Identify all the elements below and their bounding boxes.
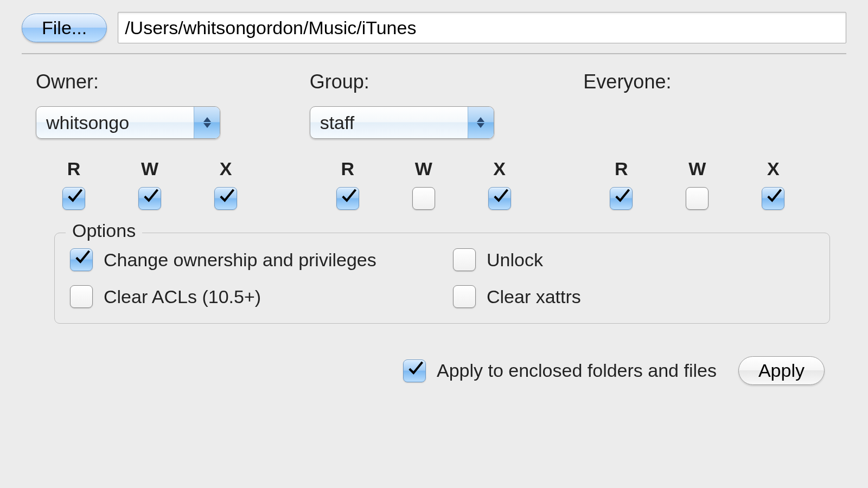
everyone-read-checkbox[interactable] xyxy=(610,187,633,210)
perm-letter-w: W xyxy=(415,158,432,179)
options-group: Options Change ownership and privileges … xyxy=(54,233,830,324)
clear-acls-label: Clear ACLs (10.5+) xyxy=(104,286,261,307)
owner-read-checkbox[interactable] xyxy=(62,187,85,210)
updown-icon xyxy=(194,107,220,138)
owner-column: Owner: whitsongo R W X xyxy=(36,70,299,210)
everyone-execute-checkbox[interactable] xyxy=(762,187,784,210)
unlock-checkbox[interactable] xyxy=(453,248,476,271)
change-ownership-label: Change ownership and privileges xyxy=(104,249,376,271)
permissions-row: Owner: whitsongo R W X Group: staff xyxy=(22,70,846,210)
everyone-rwx: R W X xyxy=(583,158,846,210)
owner-label: Owner: xyxy=(36,70,299,93)
divider xyxy=(22,53,846,54)
apply-enclosed-label: Apply to enclosed folders and files xyxy=(437,360,717,381)
owner-select[interactable]: whitsongo xyxy=(36,106,220,139)
owner-write-checkbox[interactable] xyxy=(138,187,161,210)
perm-letter-r: R xyxy=(67,158,81,179)
group-write-checkbox[interactable] xyxy=(412,187,435,210)
perm-letter-w: W xyxy=(688,158,706,179)
owner-select-value: whitsongo xyxy=(36,112,194,133)
top-row: File... xyxy=(22,12,846,43)
apply-enclosed-checkbox[interactable] xyxy=(403,359,426,382)
perm-letter-w: W xyxy=(141,158,158,179)
perm-letter-x: X xyxy=(767,158,780,179)
everyone-write-checkbox[interactable] xyxy=(686,187,709,210)
change-ownership-checkbox[interactable] xyxy=(70,248,93,271)
group-execute-checkbox[interactable] xyxy=(488,187,511,210)
everyone-column: Everyone: R W X xyxy=(583,70,846,210)
owner-execute-checkbox[interactable] xyxy=(214,187,237,210)
group-label: Group: xyxy=(310,70,573,93)
path-input[interactable] xyxy=(118,12,846,43)
group-rwx: R W X xyxy=(310,158,573,210)
group-select-value: staff xyxy=(310,112,468,133)
options-legend: Options xyxy=(66,220,142,241)
perm-letter-x: X xyxy=(493,158,506,179)
group-select[interactable]: staff xyxy=(310,106,494,139)
clear-xattrs-label: Clear xattrs xyxy=(487,286,581,307)
everyone-select-spacer xyxy=(583,106,846,139)
file-button[interactable]: File... xyxy=(22,14,107,42)
unlock-label: Unlock xyxy=(487,249,543,271)
clear-xattrs-checkbox[interactable] xyxy=(453,285,476,308)
apply-button[interactable]: Apply xyxy=(738,356,825,385)
group-column: Group: staff R W X xyxy=(310,70,573,210)
perm-letter-x: X xyxy=(220,158,232,179)
bottom-row: Apply to enclosed folders and files Appl… xyxy=(22,356,846,385)
everyone-label: Everyone: xyxy=(583,70,846,93)
perm-letter-r: R xyxy=(615,158,628,179)
owner-rwx: R W X xyxy=(36,158,299,210)
group-read-checkbox[interactable] xyxy=(336,187,359,210)
perm-letter-r: R xyxy=(341,158,354,179)
clear-acls-checkbox[interactable] xyxy=(70,285,93,308)
updown-icon xyxy=(468,107,494,138)
